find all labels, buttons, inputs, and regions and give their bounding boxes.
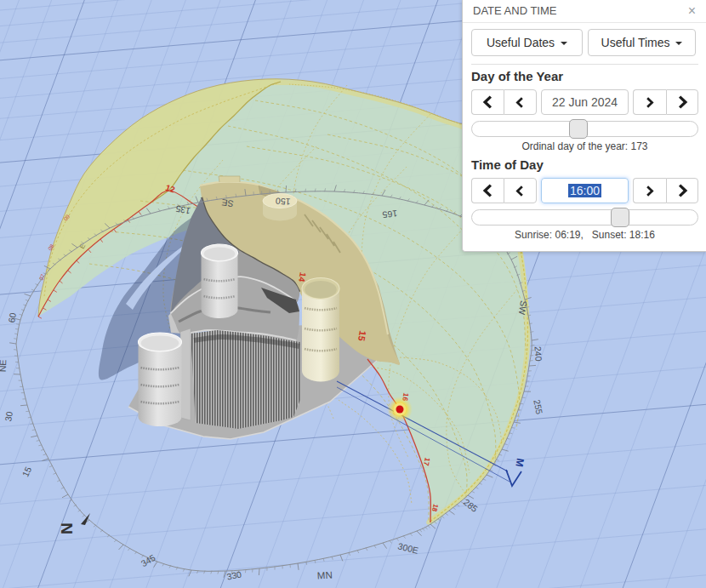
svg-text:240: 240 [532, 346, 544, 362]
svg-text:30: 30 [3, 410, 14, 422]
svg-text:N: N [58, 522, 76, 534]
svg-text:60: 60 [6, 311, 18, 323]
svg-text:NE: NE [0, 359, 8, 372]
svg-text:SE: SE [221, 197, 235, 209]
svg-text:150: 150 [275, 196, 290, 207]
svg-text:165: 165 [382, 208, 398, 220]
svg-text:MN: MN [317, 570, 333, 581]
svg-text:15: 15 [356, 330, 368, 342]
